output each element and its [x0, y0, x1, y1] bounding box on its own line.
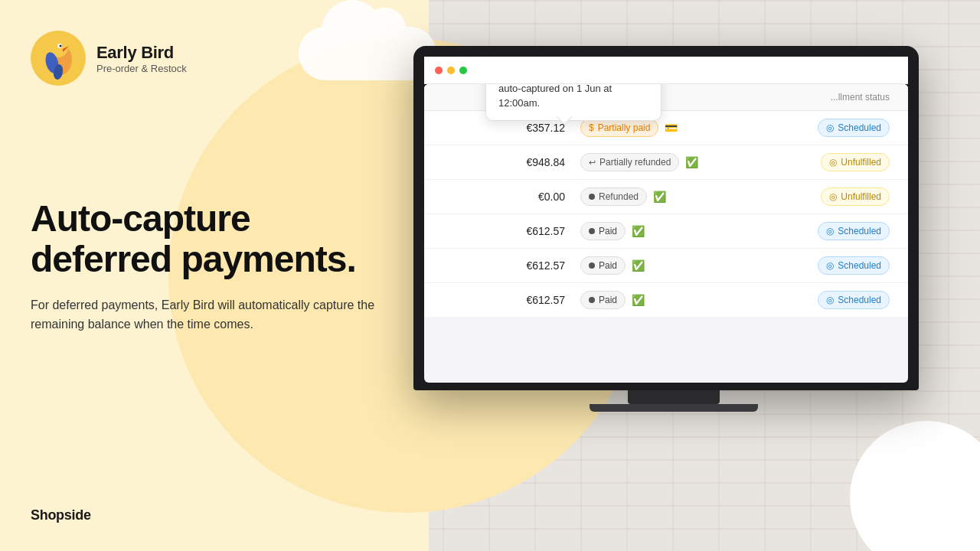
laptop-mockup: Pre-order total Pa... ...llment status T… [413, 46, 934, 412]
payment-badge: Paid [580, 256, 626, 275]
check-icon: ✅ [632, 294, 644, 306]
cell-fulfillment: ◎ Scheduled [752, 256, 890, 275]
dot-indicator [589, 262, 595, 269]
cell-total: €612.57 [443, 294, 565, 306]
svg-point-5 [60, 45, 62, 47]
cell-total: €357.12 [443, 122, 565, 134]
minimize-dot [447, 67, 455, 74]
check-icon: ✅ [653, 191, 665, 203]
fulfillment-badge: ◎ Scheduled [818, 222, 890, 240]
cell-payment: ↩ Partially refunded ✅ [565, 153, 752, 171]
payment-badge: ↩ Partially refunded [580, 153, 679, 171]
cell-payment: Refunded ✅ [565, 187, 752, 206]
laptop-stand [628, 390, 720, 404]
payment-badge: Paid [580, 291, 626, 309]
clock-icon: ◎ [826, 260, 834, 271]
payment-badge: Refunded [580, 187, 647, 206]
cell-total: €612.57 [443, 259, 565, 272]
logo-area: Early Bird Pre-order & Restock [31, 31, 187, 86]
table-area: Pre-order total Pa... ...llment status T… [424, 84, 908, 317]
clock-icon: ◎ [826, 295, 834, 305]
cell-total: €948.84 [443, 156, 565, 168]
laptop-screen-content: Pre-order total Pa... ...llment status T… [424, 84, 908, 383]
card-icon: 💳 [665, 122, 678, 134]
fulfillment-badge: ◎ Scheduled [818, 119, 890, 137]
cell-fulfillment: ◎ Scheduled [752, 222, 890, 240]
clock-icon: ◎ [826, 226, 834, 236]
dot-indicator [589, 297, 595, 303]
payment-badge: Paid [580, 222, 626, 240]
table-row: €612.57 Paid ✅ ◎ Scheduled [424, 249, 908, 283]
cell-fulfillment: ◎ Scheduled [752, 291, 890, 309]
cell-payment: $ Partially paid 💳 [565, 119, 752, 137]
main-headline: Auto-capture deferred payments. [31, 199, 383, 280]
cell-total: €612.57 [443, 225, 565, 237]
bird-logo-icon [31, 31, 86, 86]
dot-indicator [589, 228, 595, 234]
warning-icon: ◎ [829, 157, 837, 168]
screen-bezel: Pre-order total Pa... ...llment status T… [413, 46, 919, 390]
laptop-base [590, 404, 758, 412]
table-row: The remaining balance will be auto-captu… [424, 111, 908, 145]
cell-payment: Paid ✅ [565, 291, 752, 309]
sub-headline: For deferred payments, Early Bird will a… [31, 295, 383, 334]
dollar-icon: ↩ [589, 158, 596, 168]
table-row: €948.84 ↩ Partially refunded ✅ ◎ Unfulfi… [424, 145, 908, 180]
shopside-brand: Shopside [31, 507, 91, 523]
close-dot [435, 67, 443, 74]
table-row: €612.57 Paid ✅ ◎ Scheduled [424, 283, 908, 317]
check-icon: ✅ [632, 225, 644, 237]
dot-indicator [589, 194, 595, 200]
fulfillment-badge: ◎ Scheduled [818, 291, 890, 309]
screen-topbar [424, 57, 908, 84]
warning-icon: ◎ [829, 191, 837, 202]
cell-fulfillment: ◎ Scheduled [752, 119, 890, 137]
check-icon: ✅ [685, 156, 697, 168]
tooltip-bubble: The remaining balance will be auto-captu… [485, 84, 662, 121]
fulfillment-badge: ◎ Unfulfilled [821, 187, 890, 206]
fulfillment-badge: ◎ Scheduled [818, 256, 890, 275]
payment-badge: $ Partially paid [580, 119, 658, 137]
cell-fulfillment: ◎ Unfulfilled [752, 153, 890, 171]
clock-icon: ◎ [826, 122, 834, 133]
app-title: Early Bird [96, 43, 187, 63]
fulfillment-badge: ◎ Unfulfilled [821, 153, 890, 171]
logo-text: Early Bird Pre-order & Restock [96, 43, 187, 74]
cell-payment: Paid ✅ [565, 222, 752, 240]
app-subtitle: Pre-order & Restock [96, 63, 187, 74]
table-row: €612.57 Paid ✅ ◎ Scheduled [424, 214, 908, 249]
cell-total: €0.00 [443, 191, 565, 203]
maximize-dot [459, 67, 467, 74]
hero-text-area: Auto-capture deferred payments. For defe… [31, 199, 383, 334]
check-icon: ✅ [632, 259, 644, 272]
header-fulfillment: ...llment status [752, 92, 890, 103]
cell-payment: Paid ✅ [565, 256, 752, 275]
cell-fulfillment: ◎ Unfulfilled [752, 187, 890, 206]
dollar-icon: $ [589, 122, 594, 133]
table-row: €0.00 Refunded ✅ ◎ Unfulfilled [424, 180, 908, 214]
